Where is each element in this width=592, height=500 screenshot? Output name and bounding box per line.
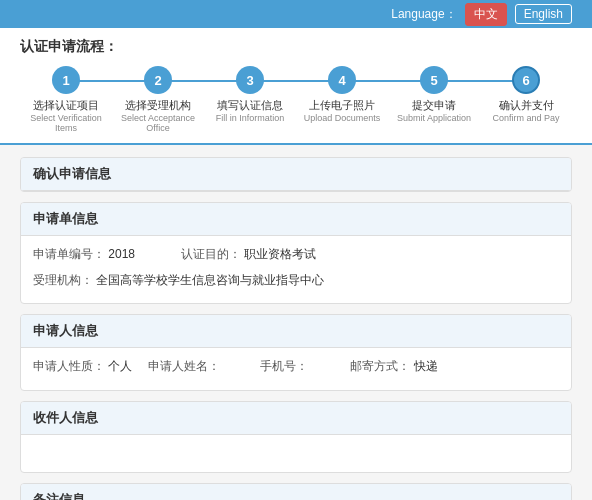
lang-zh-button[interactable]: 中文 xyxy=(465,3,507,26)
step-circle-1: 1 xyxy=(52,66,80,94)
steps-container: 认证申请流程： 1选择认证项目Select Verification Items… xyxy=(0,28,592,145)
type-item: 申请人性质： 个人 xyxy=(33,356,132,378)
remarks-box: 备注信息 xyxy=(20,483,572,500)
applicant-info-header: 申请人信息 xyxy=(21,315,571,348)
type-label: 申请人性质： xyxy=(33,359,105,373)
phone-item: 手机号： xyxy=(260,356,335,378)
recipient-info-body xyxy=(21,435,571,473)
step-label-en-5: Submit Application xyxy=(397,113,471,123)
step-label-cn-5: 提交申请 xyxy=(397,98,471,113)
step-circle-5: 5 xyxy=(420,66,448,94)
cert-type-label: 认证目的： xyxy=(181,247,241,261)
apply-info-row: 申请单编号： 2018 认证目的： 职业资格考试 受理机构： 全国高等学校学生信… xyxy=(33,244,559,291)
language-label: Language： xyxy=(391,6,456,23)
step-labels-6: 确认并支付Confirm and Pay xyxy=(492,98,559,123)
phone-label: 手机号： xyxy=(260,359,308,373)
remarks-header: 备注信息 xyxy=(21,484,571,500)
confirm-header-box: 确认申请信息 xyxy=(20,157,572,192)
org-item: 受理机构： 全国高等学校学生信息咨询与就业指导中心 xyxy=(33,270,324,292)
step-item-3: 3填写认证信息Fill in Information xyxy=(204,66,296,123)
apply-info-header: 申请单信息 xyxy=(21,203,571,236)
step-circle-4: 4 xyxy=(328,66,356,94)
step-label-en-3: Fill in Information xyxy=(216,113,285,123)
step-item-5: 5提交申请Submit Application xyxy=(388,66,480,123)
recipient-value xyxy=(33,443,100,465)
order-label: 申请单编号： xyxy=(33,247,105,261)
order-value: 2018 xyxy=(108,247,135,261)
step-circle-2: 2 xyxy=(144,66,172,94)
step-item-4: 4上传电子照片Upload Documents xyxy=(296,66,388,123)
steps-row: 1选择认证项目Select Verification Items2选择受理机构S… xyxy=(20,66,572,143)
main-content: 确认申请信息 申请单信息 申请单编号： 2018 认证目的： 职业资格考试 受理… xyxy=(0,145,592,500)
steps-title: 认证申请流程： xyxy=(20,38,572,56)
step-label-en-1: Select Verification Items xyxy=(20,113,112,133)
address-value: 快递 xyxy=(414,359,438,373)
recipient-info-box: 收件人信息 xyxy=(20,401,572,474)
step-label-cn-2: 选择受理机构 xyxy=(112,98,204,113)
applicant-info-box: 申请人信息 申请人性质： 个人 申请人姓名： 手机号： 邮寄方式： xyxy=(20,314,572,391)
step-labels-3: 填写认证信息Fill in Information xyxy=(216,98,285,123)
lang-en-button[interactable]: English xyxy=(515,4,572,24)
cert-type-value: 职业资格考试 xyxy=(244,247,316,261)
name-item: 申请人姓名： xyxy=(148,356,243,378)
step-circle-6: 6 xyxy=(512,66,540,94)
step-labels-4: 上传电子照片Upload Documents xyxy=(304,98,381,123)
step-label-cn-3: 填写认证信息 xyxy=(216,98,285,113)
org-value: 全国高等学校学生信息咨询与就业指导中心 xyxy=(96,273,324,287)
step-item-6: 6确认并支付Confirm and Pay xyxy=(480,66,572,123)
step-label-cn-4: 上传电子照片 xyxy=(304,98,381,113)
order-value-blurred xyxy=(138,244,165,266)
step-label-cn-6: 确认并支付 xyxy=(492,98,559,113)
apply-info-body: 申请单编号： 2018 认证目的： 职业资格考试 受理机构： 全国高等学校学生信… xyxy=(21,236,571,303)
order-item: 申请单编号： 2018 xyxy=(33,244,165,266)
step-item-1: 1选择认证项目Select Verification Items xyxy=(20,66,112,133)
step-label-en-4: Upload Documents xyxy=(304,113,381,123)
applicant-info-body: 申请人性质： 个人 申请人姓名： 手机号： 邮寄方式： 快递 xyxy=(21,348,571,390)
step-circle-3: 3 xyxy=(236,66,264,94)
step-labels-5: 提交申请Submit Application xyxy=(397,98,471,123)
address-item: 邮寄方式： 快递 xyxy=(350,356,437,378)
applicant-info-row: 申请人性质： 个人 申请人姓名： 手机号： 邮寄方式： 快递 xyxy=(33,356,559,378)
recipient-info-header: 收件人信息 xyxy=(21,402,571,435)
name-label: 申请人姓名： xyxy=(148,359,220,373)
step-item-2: 2选择受理机构Select Acceptance Office xyxy=(112,66,204,133)
name-value xyxy=(224,356,244,378)
org-label: 受理机构： xyxy=(33,273,93,287)
cert-type-item: 认证目的： 职业资格考试 xyxy=(181,244,316,266)
top-bar: Language： 中文 English xyxy=(0,0,592,28)
phone-value xyxy=(311,356,334,378)
address-label: 邮寄方式： xyxy=(350,359,410,373)
apply-info-box: 申请单信息 申请单编号： 2018 认证目的： 职业资格考试 受理机构： 全国高… xyxy=(20,202,572,304)
step-label-en-2: Select Acceptance Office xyxy=(112,113,204,133)
type-value: 个人 xyxy=(108,359,132,373)
step-labels-1: 选择认证项目Select Verification Items xyxy=(20,98,112,133)
confirm-header: 确认申请信息 xyxy=(21,158,571,191)
step-label-cn-1: 选择认证项目 xyxy=(20,98,112,113)
step-labels-2: 选择受理机构Select Acceptance Office xyxy=(112,98,204,133)
step-label-en-6: Confirm and Pay xyxy=(492,113,559,123)
